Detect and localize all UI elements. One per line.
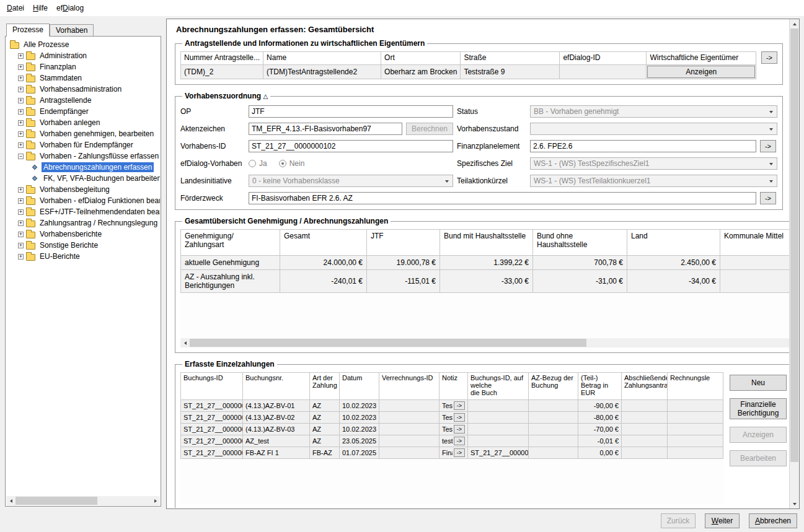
cell-eigentuemer: Anzeigen [647,65,756,79]
tree-item-eu-berichte[interactable]: EU-Berichte [8,251,160,262]
expand-icon[interactable] [18,87,24,92]
expand-icon[interactable] [18,220,24,226]
finanzplanelement-detail-button[interactable]: -> [760,140,776,152]
notiz-detail-button[interactable]: -> [454,413,465,422]
collapse-triangle-icon[interactable]: △ [263,93,268,100]
scroll-right-icon[interactable] [151,496,160,505]
menu-hilfe[interactable]: Hilfe [29,1,52,15]
menu-datei[interactable]: Datei [2,1,29,15]
neu-button[interactable]: Neu [730,375,787,391]
cell-verrechnungs-id [379,424,440,435]
scrollbar-track[interactable] [790,28,799,499]
scrollbar-track[interactable] [15,496,151,505]
weiter-button[interactable]: Weiter [705,513,740,528]
tree-item-vorhaben-anlegen[interactable]: Vorhaben anlegen [8,117,160,128]
sidebar-horizontal-scrollbar[interactable] [6,496,160,505]
expand-icon[interactable] [18,120,24,126]
tab-vorhaben[interactable]: Vorhaben [50,24,94,36]
scrollbar-thumb[interactable] [15,497,97,505]
tree-item-esf-jtf-daten[interactable]: ESF+/JTF-Teilnehmendendaten bearbeiten [8,206,160,217]
overview-table-viewport: Genehmigung/ Zahlungsart Gesamt JTF Bund… [180,229,789,338]
scroll-left-icon[interactable] [180,338,190,347]
applicants-detail-button[interactable]: -> [761,51,777,64]
finanzplanelement-input[interactable] [530,140,756,152]
scrollbar-track[interactable] [190,338,789,347]
scroll-down-icon[interactable] [790,499,799,508]
notiz-detail-button[interactable]: -> [454,401,465,410]
tree-item-vorhaben-genehmigen[interactable]: Vorhaben genehmigen, bearbeiten [8,128,160,139]
expand-icon[interactable] [18,232,24,237]
finanzielle-berichtigung-button[interactable]: Finanzielle Berichtigung [730,398,787,419]
scrollbar-thumb[interactable] [790,28,798,462]
notiz-detail-button[interactable]: -> [454,437,465,445]
cell-rechnungslegung [668,424,723,435]
payments-legend: Erfasste Einzelzahlungen [182,360,277,368]
tree-item-zahlungsantrag[interactable]: Zahlungsantrag / Rechnungslegung [8,217,160,229]
notiz-detail-button[interactable]: -> [454,448,465,457]
tree-item-sonstige-berichte[interactable]: Sonstige Berichte [8,240,160,251]
expand-icon[interactable] [18,98,24,103]
sidebar: Prozesse Vorhaben Alle Prozesse Administ… [5,24,161,507]
tree-item-alle-prozesse[interactable]: Alle Prozesse [8,39,160,50]
tree-item-vorhaben-endempfaenger[interactable]: Vorhaben für Endempfänger [8,139,160,150]
scroll-up-icon[interactable] [790,19,799,28]
expand-icon[interactable] [18,131,24,137]
expand-icon[interactable] [18,109,24,115]
scroll-left-icon[interactable] [6,496,15,505]
notiz-detail-button[interactable]: -> [454,425,465,434]
tree-item-zahlungsfluesse[interactable]: Vorhaben - Zahlungsflüsse erfassen [8,150,160,162]
tree-item-abrechnungszahlungen[interactable]: Abrechnungszahlungen erfassen [8,162,160,173]
foerderzweck-detail-button[interactable]: -> [760,192,776,204]
overview-row-auszahlung[interactable]: AZ - Auszahlung inkl. Berichtigungen -24… [181,270,790,293]
vorhabenszustand-dropdown [530,123,777,135]
tree-item-finanzplan[interactable]: Finanzplan [8,61,160,72]
expand-icon[interactable] [18,142,24,148]
overview-horizontal-scrollbar[interactable] [180,338,789,347]
aktenzeichen-input[interactable] [249,123,402,135]
expand-icon[interactable] [18,76,24,81]
tree-item-endempfaenger[interactable]: Endempfänger [8,106,160,117]
op-input[interactable] [249,105,453,118]
expand-icon[interactable] [18,254,24,259]
expand-icon[interactable] [18,243,24,248]
tree-item-vorhabensberichte[interactable]: Vorhabensberichte [8,229,160,240]
folder-icon [26,154,35,160]
payment-row[interactable]: ST_21_27__000000( (4.13.)AZ-BV-03 AZ 10.… [181,424,723,435]
payment-row[interactable]: ST_21_27__000000( (4.13.)AZ-BV-01 AZ 10.… [181,400,723,412]
payment-row[interactable]: ST_21_27__000000( (4.13.)AZ-BV-02 AZ 10.… [181,412,723,424]
tree-item-vorhabensbegleitung[interactable]: Vorhabensbegleitung [8,184,160,195]
folder-icon [26,142,35,149]
expand-icon[interactable] [18,64,24,70]
cell-ref-buchungs-id [468,424,529,435]
expand-icon[interactable] [18,209,24,215]
payment-row[interactable]: ST_21_27__000000( FB-AZ FI 1 FB-AZ 01.07… [181,447,723,459]
scrollbar-thumb[interactable] [190,339,586,347]
cell-art: AZ - Auszahlung inkl. Berichtigungen [181,270,280,293]
collapse-icon[interactable] [18,154,24,159]
expand-icon[interactable] [18,198,24,204]
abbrechen-button[interactable]: Abbrechen [749,513,797,528]
cell-gesamt: -240,01 € [280,270,367,293]
expand-icon[interactable] [18,187,24,193]
applicants-row[interactable]: (TDM)_2 (TDM)TestAntragstellende2 Oberha… [181,65,756,79]
folder-icon [26,232,35,238]
cell-buchungs-id: ST_21_27__000000( [181,400,243,412]
cell-rechnungslegung [668,412,723,424]
payment-row[interactable]: ST_21_27__000000( AZ_test AZ 23.05.2025 … [181,435,723,447]
tree-item-efdialog-funktionen[interactable]: Vorhaben - efDialog Funktionen bearbeite… [8,195,160,206]
column-header-zahlungsart: Genehmigung/ Zahlungsart [181,230,280,256]
tree-item-fk-vf-vfa[interactable]: FK, VF, VFA-Buchungen bearbeiten [8,173,160,184]
expand-icon[interactable] [18,53,24,59]
main-vertical-scrollbar[interactable] [789,19,799,508]
tab-prozesse[interactable]: Prozesse [6,24,50,37]
foerderzweck-input[interactable] [249,192,756,204]
menu-efdialog[interactable]: efDialog [52,1,88,15]
vorhabens-id-input[interactable] [249,140,453,152]
tree-item-antragstellende[interactable]: Antragstellende [8,95,160,106]
overview-row-genehmigung[interactable]: aktuelle Genehmigung 24.000,00 € 19.000,… [181,256,790,270]
cell-notiz: test-> [440,435,468,447]
tree-item-vorhabensadministration[interactable]: Vorhabensadministration [8,84,160,95]
anzeigen-eigentuemer-button[interactable]: Anzeigen [647,66,755,78]
tree-item-stammdaten[interactable]: Stammdaten [8,72,160,84]
tree-item-administration[interactable]: Administration [8,50,160,61]
